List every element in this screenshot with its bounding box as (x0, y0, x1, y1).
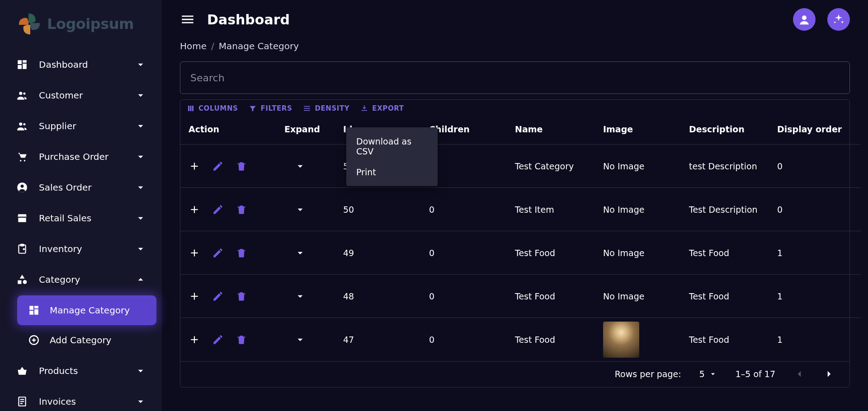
col-display-order[interactable]: Display order (777, 115, 861, 145)
expand-icon[interactable] (294, 334, 306, 346)
add-icon[interactable] (189, 160, 200, 172)
category-icon (15, 273, 29, 286)
sidebar-item-products[interactable]: Products (5, 356, 156, 386)
edit-icon[interactable] (212, 204, 224, 215)
svg-point-7 (21, 185, 24, 188)
table-row[interactable]: 470Test FoodTest Food120 (180, 318, 861, 361)
chevron-down-icon (135, 120, 146, 132)
chevron-down-icon (135, 243, 146, 255)
export-csv-item[interactable]: Download as CSV (346, 131, 438, 162)
cell-display-order: 1 (777, 318, 861, 361)
delete-icon[interactable] (236, 247, 247, 259)
delete-icon[interactable] (236, 290, 247, 302)
cell-description: Test Description (689, 188, 777, 231)
expand-icon[interactable] (294, 204, 306, 215)
cell-display-order: 0 (777, 188, 861, 231)
cell-description: Test Food (689, 231, 777, 275)
chevron-down-icon (135, 365, 146, 377)
add-icon[interactable] (189, 290, 200, 302)
prev-page-button[interactable] (793, 368, 805, 380)
sparkle-button[interactable] (827, 8, 850, 31)
account-button[interactable] (793, 8, 816, 31)
svg-point-15 (802, 15, 807, 20)
table-row[interactable]: 510Test CategoryNo Imagetest Description… (180, 145, 861, 188)
sidebar-item-category[interactable]: Category (5, 265, 156, 294)
col-image[interactable]: Image (603, 115, 689, 145)
sidebar-item-purchase-order[interactable]: Purchase Order (5, 142, 156, 172)
add-icon[interactable] (189, 334, 200, 346)
columns-label: COLUMNS (198, 104, 238, 112)
edit-icon[interactable] (212, 160, 224, 172)
delete-icon[interactable] (236, 160, 247, 172)
columns-button[interactable]: COLUMNS (187, 104, 238, 112)
cell-image (603, 318, 689, 361)
logo: Logoipsum (0, 5, 162, 50)
sidebar-item-sales-order[interactable]: Sales Order (5, 173, 156, 202)
table-row[interactable]: 500Test ItemNo ImageTest Description020 (180, 188, 861, 231)
sidebar-item-label: Supplier (39, 121, 125, 131)
menu-icon[interactable] (180, 12, 195, 27)
chevron-down-icon (135, 151, 146, 163)
cell-name: Test Food (515, 231, 603, 275)
sidebar-item-label: Dashboard (39, 59, 125, 70)
col-description[interactable]: Description (689, 115, 777, 145)
cell-id: 50 (343, 188, 429, 231)
expand-icon[interactable] (294, 160, 306, 172)
col-children[interactable]: Children (429, 115, 515, 145)
density-label: DENSITY (315, 104, 349, 112)
cell-children: 0 (429, 275, 515, 318)
edit-icon[interactable] (212, 247, 224, 259)
grid-table: Action Expand Id Children Name Image Des… (180, 115, 861, 361)
filters-button[interactable]: FILTERS (249, 104, 292, 112)
svg-rect-11 (18, 280, 21, 284)
breadcrumb-home[interactable]: Home (180, 41, 207, 51)
nav: Dashboard Customer Supplier Purchase Ord… (0, 50, 162, 411)
next-page-button[interactable] (823, 368, 835, 380)
delete-icon[interactable] (236, 204, 247, 215)
svg-point-10 (23, 280, 27, 284)
sidebar-item-dashboard[interactable]: Dashboard (5, 50, 156, 79)
sidebar-item-inventory[interactable]: Inventory (5, 234, 156, 264)
edit-icon[interactable] (212, 334, 224, 346)
rpp-select[interactable]: 5 (699, 369, 717, 379)
sidebar-item-retail-sales[interactable]: Retail Sales (5, 203, 156, 233)
col-action[interactable]: Action (180, 115, 284, 145)
sidebar-item-label: Sales Order (39, 182, 125, 193)
cell-description: Test Food (689, 318, 777, 361)
svg-point-1 (23, 93, 25, 95)
sidebar-item-supplier[interactable]: Supplier (5, 111, 156, 141)
cell-image: No Image (603, 145, 689, 188)
chevron-down-icon (135, 89, 146, 101)
table-row[interactable]: 490Test FoodNo ImageTest Food120 (180, 231, 861, 275)
col-name[interactable]: Name (515, 115, 603, 145)
density-button[interactable]: DENSITY (303, 104, 349, 112)
sidebar-item-label: Retail Sales (39, 213, 125, 224)
sidebar-item-label: Invoices (39, 396, 125, 407)
basket-icon (15, 364, 29, 378)
col-expand[interactable]: Expand (284, 115, 343, 145)
page-title: Dashboard (207, 12, 781, 28)
edit-icon[interactable] (212, 290, 224, 302)
filters-label: FILTERS (260, 104, 292, 112)
sidebar-item-label: Customer (39, 90, 125, 101)
row-image-text: No Image (603, 248, 644, 258)
export-print-item[interactable]: Print (346, 162, 438, 182)
export-button[interactable]: EXPORT (360, 104, 404, 112)
search-input[interactable] (180, 61, 850, 94)
cell-image: No Image (603, 188, 689, 231)
cart-icon (15, 150, 29, 163)
cell-name: Test Food (515, 275, 603, 318)
delete-icon[interactable] (236, 334, 247, 346)
sidebar-item-customer[interactable]: Customer (5, 80, 156, 110)
sidebar-item-manage-category[interactable]: Manage Category (17, 295, 156, 325)
cell-display-order: 1 (777, 275, 861, 318)
add-icon[interactable] (189, 247, 200, 259)
cell-name: Test Item (515, 188, 603, 231)
export-menu: Download as CSV Print (346, 127, 438, 186)
table-row[interactable]: 480Test FoodNo ImageTest Food120 (180, 275, 861, 318)
expand-icon[interactable] (294, 247, 306, 259)
sidebar-item-add-category[interactable]: Add Category (17, 325, 156, 355)
sidebar-item-invoices[interactable]: Invoices (5, 387, 156, 411)
add-icon[interactable] (189, 204, 200, 215)
expand-icon[interactable] (294, 290, 306, 302)
